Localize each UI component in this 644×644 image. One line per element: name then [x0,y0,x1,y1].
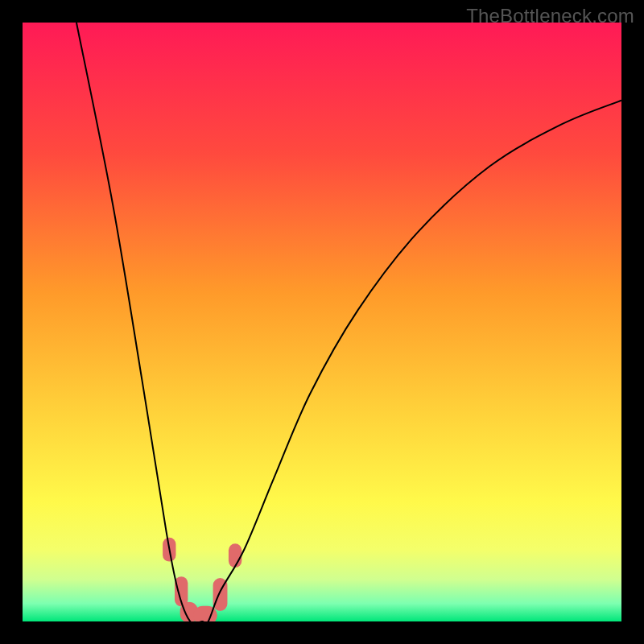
outer-frame: TheBottleneck.com [0,0,644,644]
gradient-background [23,23,621,621]
chart-svg [23,23,621,621]
highlight-marker [229,543,242,568]
plot-area [23,23,621,621]
